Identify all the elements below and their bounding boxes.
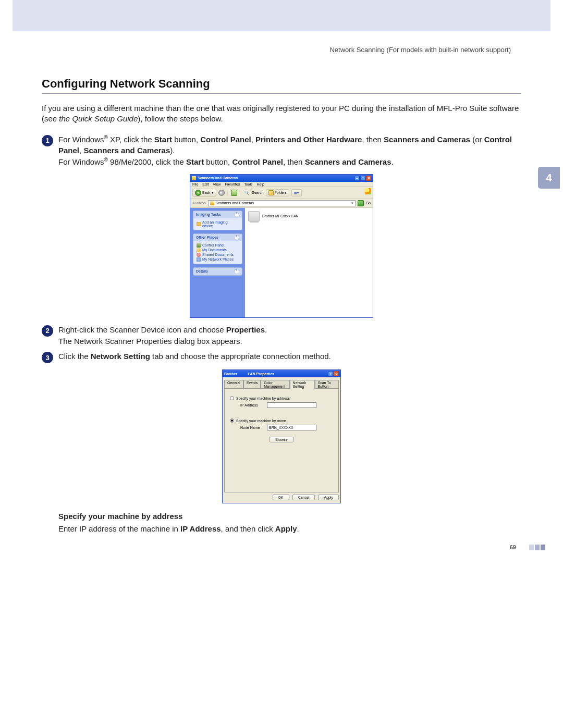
up-folder-button[interactable]: [231, 190, 237, 196]
subsection-specify-address: Specify your machine by address Enter IP…: [58, 511, 521, 535]
text: Click the: [58, 352, 91, 361]
chapter-side-tab: 4: [538, 167, 560, 189]
maximize-button[interactable]: □: [360, 176, 365, 181]
forward-button[interactable]: ►: [218, 190, 225, 196]
step-number-badge: 3: [42, 352, 53, 363]
scanners-cameras-window: Scanners and Cameras ‒ □ ✕ File Edit Vie…: [190, 174, 373, 318]
chapter-header-text: Network Scanning (For models with built-…: [0, 46, 511, 54]
views-button[interactable]: ▦▾: [291, 189, 302, 196]
intro-italic: the Quick Setup Guide: [59, 114, 138, 123]
window-titlebar[interactable]: Scanners and Cameras ‒ □ ✕: [190, 175, 373, 182]
shared-documents-link[interactable]: Shared Documents: [197, 253, 239, 257]
bold: Network Setting: [91, 352, 150, 361]
text: button,: [204, 157, 232, 166]
text: .: [265, 325, 267, 334]
text: ).: [170, 146, 175, 155]
ip-address-label: IP Address: [240, 403, 264, 407]
tab-network-setting[interactable]: Network Setting: [290, 380, 315, 389]
radio-by-name[interactable]: Specify your machine by name: [230, 418, 333, 423]
camera-icon: [197, 222, 201, 226]
help-button[interactable]: ?: [328, 371, 333, 376]
control-panel-link[interactable]: Control Panel: [197, 243, 239, 248]
section-title: Configuring Network Scanning: [42, 77, 521, 94]
address-dropdown-icon[interactable]: ▾: [351, 201, 353, 205]
imaging-tasks-panel: Imaging Tasks ˄ Add an imaging device: [193, 211, 242, 230]
radio-by-address[interactable]: Specify your machine by address: [230, 396, 333, 400]
content-pane: Brother MFCxxxx LAN: [245, 208, 373, 317]
link-label: Control Panel: [202, 243, 224, 247]
menu-view[interactable]: View: [213, 182, 221, 186]
menu-help[interactable]: Help: [257, 182, 264, 186]
close-button[interactable]: ✕: [334, 371, 339, 376]
panel-title: Imaging Tasks: [196, 213, 221, 216]
details-panel: Details ˅: [193, 267, 242, 276]
text: For Windows: [58, 157, 104, 166]
menu-tools[interactable]: Tools: [244, 182, 252, 186]
bold: Apply: [275, 524, 297, 533]
step-2-body: Right-click the Scanner Device icon and …: [58, 324, 521, 347]
browse-button[interactable]: Browse: [270, 437, 293, 442]
tab-scan-to-button[interactable]: Scan To Button: [315, 380, 339, 389]
network-icon: [197, 257, 201, 262]
scanner-device-item[interactable]: Brother MFCxxxx LAN: [248, 211, 316, 221]
windows-logo-icon: [365, 188, 371, 194]
tab-events[interactable]: Events: [243, 380, 261, 389]
cancel-button[interactable]: Cancel: [292, 495, 315, 500]
text: ,: [251, 135, 255, 144]
bold: IP Address: [180, 524, 221, 533]
text: , and then click: [221, 524, 275, 533]
folders-button[interactable]: Folders: [266, 189, 289, 196]
apply-button[interactable]: Apply: [318, 495, 339, 500]
step-3: 3 Click the Network Setting tab and choo…: [42, 351, 521, 363]
folders-label: Folders: [275, 191, 287, 194]
text: (or: [470, 135, 484, 144]
link-label: My Network Places: [202, 257, 234, 261]
menubar: File Edit View Favorites Tools Help: [190, 182, 373, 187]
close-button[interactable]: ✕: [366, 176, 371, 181]
text: XP, click the: [108, 135, 154, 144]
my-documents-link[interactable]: My Documents: [197, 248, 239, 252]
address-field[interactable]: Scanners and Cameras ▾: [208, 200, 356, 206]
other-places-panel: Other Places ˄ Control Panel My Document…: [193, 233, 242, 264]
link-label: My Documents: [202, 248, 227, 252]
step-3-body: Click the Network Setting tab and choose…: [58, 351, 521, 362]
bold: Scanners and Cameras: [384, 135, 470, 144]
text: Right-click the Scanner Device icon and …: [58, 325, 226, 334]
tab-color-management[interactable]: Color Management: [261, 380, 289, 389]
collapse-icon[interactable]: ˄: [234, 235, 239, 240]
text: .: [297, 524, 299, 533]
radio-label: Specify your machine by address: [236, 397, 290, 400]
node-name-value: BRN_XXXXXX: [269, 426, 293, 429]
folder-icon: [268, 190, 274, 195]
text: For Windows: [58, 135, 104, 144]
tab-body: Specify your machine by address IP Addre…: [224, 388, 339, 492]
toolbar-separator: │: [227, 191, 229, 194]
dialog-title: LAN Properties: [248, 372, 274, 376]
text: , then: [362, 135, 384, 144]
ok-button[interactable]: OK: [273, 495, 289, 500]
collapse-icon[interactable]: ˄: [234, 212, 239, 217]
page-number: 69: [510, 544, 516, 550]
expand-icon[interactable]: ˅: [234, 269, 239, 274]
text: Enter IP address of the machine in: [58, 524, 180, 533]
dialog-titlebar[interactable]: Brother LAN Properties ? ✕: [223, 370, 340, 377]
node-name-label: Node Name: [240, 426, 264, 429]
back-button[interactable]: ◄ Back ▾: [192, 189, 216, 197]
menu-edit[interactable]: Edit: [202, 182, 209, 186]
lan-properties-window: Brother LAN Properties ? ✕ General Event…: [222, 369, 341, 503]
back-label: Back: [202, 191, 211, 194]
bold: Scanners and Cameras: [305, 157, 391, 166]
minimize-button[interactable]: ‒: [354, 176, 360, 181]
ip-address-input[interactable]: [267, 402, 316, 408]
menu-favorites[interactable]: Favorites: [225, 182, 240, 186]
go-button[interactable]: →: [358, 200, 364, 206]
tab-bar: General Events Color Management Network …: [224, 379, 339, 388]
tab-general[interactable]: General: [224, 380, 243, 389]
network-places-link[interactable]: My Network Places: [197, 257, 239, 262]
toolbar-separator: │: [239, 191, 241, 194]
link-label: Shared Documents: [202, 253, 234, 256]
add-imaging-device-link[interactable]: Add an imaging device: [197, 220, 239, 228]
node-name-input[interactable]: BRN_XXXXXX: [267, 425, 316, 430]
menu-file[interactable]: File: [192, 182, 198, 186]
search-button[interactable]: Search: [252, 191, 263, 194]
